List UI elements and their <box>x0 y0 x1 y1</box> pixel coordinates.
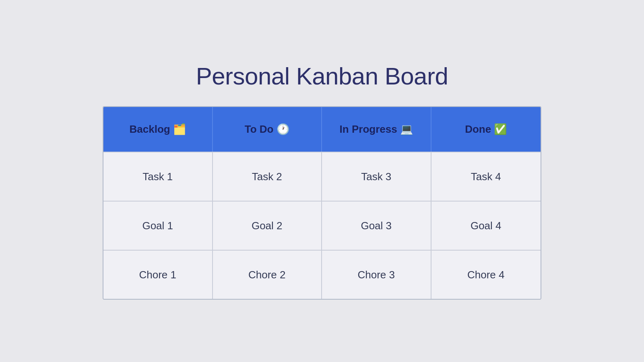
page-title: Personal Kanban Board <box>196 62 448 90</box>
cell-goal-4[interactable]: Goal 4 <box>431 202 541 250</box>
cell-task-2[interactable]: Task 2 <box>213 152 322 201</box>
board-row: Task 1 Task 2 Task 3 Task 4 <box>103 152 541 201</box>
cell-goal-1[interactable]: Goal 1 <box>103 202 213 250</box>
cell-chore-2[interactable]: Chore 2 <box>213 251 322 299</box>
cell-task-1[interactable]: Task 1 <box>103 152 213 201</box>
cell-goal-2[interactable]: Goal 2 <box>213 202 322 250</box>
column-header-todo: To Do 🕐 <box>213 107 322 152</box>
kanban-board: Backlog 🗂️ To Do 🕐 In Progress 💻 Done ✅ … <box>103 106 541 300</box>
cell-task-3[interactable]: Task 3 <box>322 152 431 201</box>
board-row: Goal 1 Goal 2 Goal 3 Goal 4 <box>103 201 541 250</box>
column-header-backlog: Backlog 🗂️ <box>103 107 213 152</box>
cell-chore-4[interactable]: Chore 4 <box>431 251 541 299</box>
column-header-inprogress: In Progress 💻 <box>322 107 431 152</box>
board-row: Chore 1 Chore 2 Chore 3 Chore 4 <box>103 250 541 299</box>
cell-chore-3[interactable]: Chore 3 <box>322 251 431 299</box>
board-body: Task 1 Task 2 Task 3 Task 4 Goal 1 Goal … <box>103 152 541 299</box>
cell-task-4[interactable]: Task 4 <box>431 152 541 201</box>
cell-chore-1[interactable]: Chore 1 <box>103 251 213 299</box>
column-header-done: Done ✅ <box>431 107 541 152</box>
cell-goal-3[interactable]: Goal 3 <box>322 202 431 250</box>
board-header: Backlog 🗂️ To Do 🕐 In Progress 💻 Done ✅ <box>103 107 541 152</box>
